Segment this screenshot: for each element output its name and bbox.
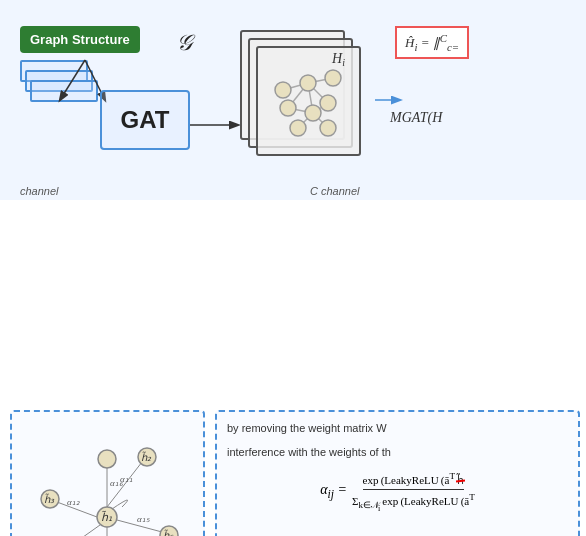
svg-text:α₁₂: α₁₂ (67, 497, 80, 507)
formula-description-1: by removing the weight matrix W (227, 420, 568, 438)
svg-text:h̃₆: h̃₆ (163, 529, 174, 536)
svg-text:Hi: Hi (331, 51, 345, 68)
inner-graph-svg: Hi (258, 48, 358, 153)
svg-line-35 (62, 525, 100, 536)
formula-description-2: interference with the weights of th (227, 444, 568, 462)
svg-text:h̃₁: h̃₁ (101, 510, 112, 523)
svg-text:α₁₆: α₁₆ (110, 478, 123, 488)
svg-point-20 (290, 120, 306, 136)
attention-graph-svg: h̃₁ h̃₂ α₁₁ h̃₃ α₁₂ h̃₄ α₁₃ (12, 412, 202, 536)
svg-point-17 (305, 105, 321, 121)
output-matrices: Hi (240, 30, 350, 170)
denominator: Σk∈𝒩i exp (LeakyReLU (āT (352, 490, 475, 513)
svg-text:α₁₅: α₁₅ (137, 514, 150, 524)
gat-box: GAT (100, 90, 190, 150)
svg-line-0 (60, 60, 85, 100)
svg-point-16 (320, 95, 336, 111)
alpha-formula: αij = exp (LeakyReLU (āT h̃ Σk∈𝒩i exp (L… (227, 471, 568, 512)
g-symbol: 𝒢 (175, 30, 191, 56)
graph-structure-box: Graph Structure (20, 26, 140, 53)
output-formula-box: Ĥi = ‖Cc= (395, 26, 469, 59)
matrix-layer-front: Hi (256, 46, 361, 156)
formula-area: by removing the weight matrix W interfer… (215, 410, 580, 536)
svg-point-21 (320, 120, 336, 136)
svg-point-18 (275, 82, 291, 98)
svg-text:h̃₂: h̃₂ (141, 451, 152, 463)
channel-label-left: channel (20, 185, 59, 197)
channel-label-right: C channel (310, 185, 360, 197)
svg-point-14 (300, 75, 316, 91)
attention-graph-box: h̃₁ h̃₂ α₁₁ h̃₃ α₁₂ h̃₄ α₁₃ (10, 410, 205, 536)
matrices-to-formula-arrow (375, 90, 405, 110)
svg-text:h̃₃: h̃₃ (44, 493, 55, 505)
mgat-label: MGAT(H (390, 110, 442, 126)
alpha-symbol: αij = (320, 482, 347, 501)
svg-point-48 (98, 450, 116, 468)
numerator: exp (LeakyReLU (āT h̃ (363, 471, 465, 490)
svg-point-15 (280, 100, 296, 116)
bottom-section: h̃₁ h̃₂ α₁₁ h̃₃ α₁₂ h̃₄ α₁₃ (0, 200, 586, 536)
main-container: Graph Structure 𝒢 GAT (0, 0, 586, 536)
svg-point-19 (325, 70, 341, 86)
fraction: exp (LeakyReLU (āT h̃ Σk∈𝒩i exp (LeakyRe… (352, 471, 475, 512)
